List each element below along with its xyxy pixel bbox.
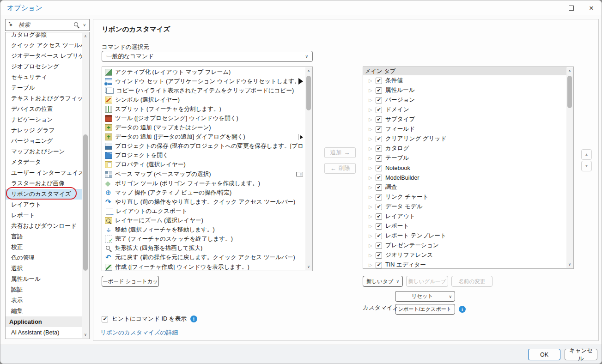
sidebar-item[interactable]: テキストおよびグラフィックス <box>6 93 83 104</box>
sidebar-item[interactable]: 校正 <box>6 242 83 253</box>
ok-button[interactable]: OK <box>528 349 560 360</box>
keyboard-shortcuts-button[interactable]: キーボード ショートカット <box>102 276 159 287</box>
sidebar-item[interactable]: 編集 <box>6 306 83 316</box>
tab-item[interactable]: レポート <box>363 221 567 231</box>
checkbox-checked-icon[interactable] <box>376 194 382 200</box>
checkbox-checked-icon[interactable] <box>102 316 108 322</box>
expand-icon[interactable] <box>369 175 372 180</box>
sidebar-item[interactable]: ジオプロセシング <box>6 61 83 72</box>
tab-item[interactable]: バージョン <box>363 95 567 105</box>
command-item[interactable]: データの 追加 ([データの追加] ダイアログを開く) <box>102 133 306 142</box>
scrollbar-thumb[interactable] <box>83 134 88 271</box>
sidebar-item[interactable]: セキュリティ <box>6 72 83 83</box>
command-item[interactable]: 完了 (フィーチャのスケッチを終了します。) <box>102 235 306 244</box>
remove-button[interactable]: ← 削除 <box>324 163 356 174</box>
command-item[interactable]: マップ 操作 (アクティブ ビューの操作/特定) <box>102 188 306 197</box>
scrollbar-thumb[interactable] <box>306 76 311 110</box>
command-item[interactable]: レイヤーにズーム (選択レイヤー) <box>102 216 306 225</box>
sidebar-item[interactable]: メタデータ <box>6 157 83 168</box>
sidebar-item[interactable]: 属性ルール <box>6 274 83 285</box>
sidebar-item[interactable]: テーブル <box>6 83 83 93</box>
checkbox-checked-icon[interactable] <box>376 136 382 142</box>
command-item[interactable]: アクティブ化 (レイアウト マップ フレーム) <box>102 67 306 77</box>
command-list-scrollbar[interactable] <box>305 67 312 270</box>
command-item[interactable]: シンボル (選択レイヤー) <box>102 95 306 104</box>
new-group-button[interactable]: 新しいグループ <box>406 276 448 287</box>
expand-icon[interactable] <box>369 233 372 238</box>
add-button[interactable]: 追加 → <box>324 147 356 158</box>
scroll-down-icon[interactable] <box>566 261 573 268</box>
search-input[interactable] <box>18 21 71 29</box>
import-export-dropdown[interactable]: インポート/エクスポート <box>395 304 455 315</box>
sidebar-scrollbar[interactable] <box>82 33 89 338</box>
sidebar-item[interactable]: 言語 <box>6 231 83 242</box>
move-up-button[interactable] <box>581 149 592 160</box>
expand-icon[interactable] <box>369 127 372 132</box>
expand-icon[interactable] <box>369 97 372 103</box>
sidebar-item[interactable]: ナビゲーション <box>6 115 83 125</box>
sidebar-item[interactable]: Application <box>6 316 83 327</box>
sidebar-item[interactable]: レイアウト <box>6 200 83 210</box>
tab-item[interactable]: Notebook <box>363 163 567 173</box>
reset-dropdown[interactable]: リセット <box>395 291 455 302</box>
checkbox-checked-icon[interactable] <box>376 126 382 133</box>
checkbox-checked-icon[interactable] <box>376 262 382 268</box>
expand-icon[interactable] <box>369 78 372 83</box>
expand-icon[interactable] <box>369 204 372 209</box>
sidebar-item[interactable]: AI Assistant (Beta) <box>6 327 83 338</box>
info-icon[interactable]: i <box>190 315 197 322</box>
checkbox-checked-icon[interactable] <box>376 233 382 239</box>
tab-item[interactable]: 属性ルール <box>363 85 567 95</box>
move-down-button[interactable] <box>581 161 592 171</box>
command-item[interactable]: コピー (ハイライト表示されたアイテムをクリップボードにコピー) <box>102 86 306 95</box>
sidebar-item[interactable]: ユーザー インターフェイス <box>6 168 83 178</box>
checkbox-checked-icon[interactable] <box>376 87 382 94</box>
tab-item[interactable]: 条件値 <box>363 76 567 85</box>
expand-icon[interactable] <box>369 214 372 219</box>
checkbox-checked-icon[interactable] <box>376 155 382 162</box>
expand-icon[interactable] <box>369 136 372 141</box>
scroll-down-icon[interactable] <box>82 331 89 338</box>
sidebar-item[interactable]: 選択 <box>6 263 83 274</box>
expand-icon[interactable] <box>369 165 372 170</box>
scroll-up-icon[interactable] <box>305 67 312 74</box>
scroll-up-icon[interactable] <box>82 33 89 40</box>
expand-icon[interactable] <box>369 107 372 112</box>
command-item[interactable]: プロパティ (選択レイヤー) <box>102 160 306 170</box>
command-item[interactable]: ツール ([ジオプロセシング] ウィンドウを開く) <box>102 114 306 123</box>
command-item[interactable]: 矩形拡大 (四角形を描画して拡大) <box>102 244 306 253</box>
close-button[interactable]: × <box>581 0 602 15</box>
expand-icon[interactable] <box>369 224 372 229</box>
checkbox-checked-icon[interactable] <box>376 146 382 152</box>
checkbox-checked-icon[interactable] <box>376 204 382 210</box>
expand-icon[interactable] <box>369 253 372 258</box>
command-item[interactable]: プロジェクトの保存 (現在のプロジェクトへの変更を保存します。[プロジェクト] … <box>102 142 306 151</box>
sidebar-item[interactable]: ラスターおよび画像 <box>6 178 83 189</box>
command-item[interactable]: 作成 ([フィーチャ作成] ウィンドウを表示します。) <box>102 262 306 271</box>
checkbox-checked-icon[interactable] <box>376 175 382 181</box>
tab-item[interactable]: ModelBuilder <box>363 173 567 182</box>
checkbox-checked-icon[interactable] <box>376 116 382 123</box>
checkbox-checked-icon[interactable] <box>376 78 382 84</box>
info-icon[interactable]: i <box>459 306 466 313</box>
command-item[interactable]: 元に戻す (前の操作を元に戻します。クイック アクセス ツールバー) <box>102 253 306 262</box>
expand-icon[interactable] <box>369 243 372 248</box>
checkbox-checked-icon[interactable] <box>376 213 382 220</box>
command-item[interactable]: レイアウトのエクスポート <box>102 206 306 216</box>
tab-item[interactable]: フィールド <box>363 124 567 134</box>
maximize-button[interactable] <box>561 0 581 15</box>
scroll-down-icon[interactable] <box>305 263 312 270</box>
learn-more-link[interactable]: リボンのカスタマイズの詳細 <box>100 329 178 337</box>
expand-icon[interactable] <box>369 262 372 267</box>
command-item[interactable]: やり直し (前の操作をやり直します。クイック アクセス ツールバー) <box>102 197 306 206</box>
expand-icon[interactable] <box>369 185 372 190</box>
command-item[interactable]: ポリゴン ツール (ポリゴン フィーチャを作成します。) <box>102 179 306 188</box>
checkbox-checked-icon[interactable] <box>376 107 382 113</box>
tab-item[interactable]: データ モデル <box>363 202 567 212</box>
tab-item[interactable]: 調査 <box>363 182 567 192</box>
tab-item[interactable]: ドメイン <box>363 105 567 115</box>
expand-icon[interactable] <box>369 146 372 151</box>
chevron-down-icon[interactable] <box>83 23 86 27</box>
sidebar-item[interactable]: 認証 <box>6 285 83 295</box>
rename-button[interactable]: 名前の変更 <box>451 276 493 287</box>
